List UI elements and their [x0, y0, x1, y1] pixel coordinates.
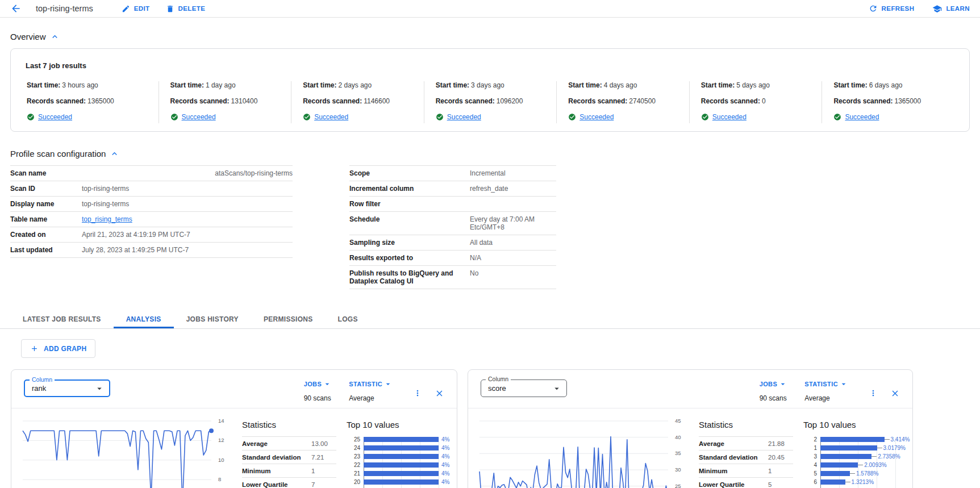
- config-row-row-filter: Row filter: [349, 197, 556, 212]
- more-options-icon[interactable]: [869, 389, 878, 398]
- card-body: 468101214May 25, 2023Jun 8, 2023Jun 22, …: [11, 408, 457, 488]
- succeeded-link[interactable]: Succeeded: [314, 113, 348, 121]
- column-select-value: rank: [32, 384, 46, 393]
- more-options-icon[interactable]: [413, 389, 422, 398]
- config-row-scope: ScopeIncremental: [349, 165, 556, 181]
- delete-button[interactable]: DELETE: [166, 5, 206, 13]
- dropdown-arrow-icon: [778, 379, 787, 389]
- scan-id-value: top-rising-terms: [82, 185, 293, 193]
- y-tick-label: 25: [675, 483, 681, 488]
- tab-permissions[interactable]: PERMISSIONS: [251, 310, 326, 328]
- statistics-title: Statistics: [699, 420, 793, 429]
- bar-value-label: 4%: [441, 462, 449, 468]
- bar-value-label: 4%: [441, 445, 449, 451]
- leader-line: [845, 482, 850, 482]
- collapse-config-chevron-up-icon[interactable]: [110, 149, 119, 159]
- top10-bar-row: 32.7358%: [803, 453, 910, 460]
- top10-panel: Top 10 values 23.414%13.0179%32.7358%42.…: [803, 415, 910, 488]
- top10-title: Top 10 values: [347, 420, 449, 429]
- y-tick-label: 8: [218, 476, 221, 482]
- bar-category-label: 22: [347, 462, 360, 468]
- top10-bar-row: 42.0093%: [803, 462, 910, 468]
- tab-analysis[interactable]: ANALYSIS: [114, 310, 174, 328]
- close-icon[interactable]: [890, 389, 900, 398]
- top10-bar-row: 204%: [347, 479, 449, 485]
- last-point-dot: [209, 428, 214, 433]
- config-header: Profile scan configuration: [10, 149, 970, 159]
- overview-header: Overview: [10, 32, 970, 41]
- column-select[interactable]: Column score: [481, 379, 567, 397]
- refresh-button[interactable]: REFRESH: [869, 4, 915, 13]
- start-time-value: 5 days ago: [736, 81, 770, 89]
- job-result-col-2: Start time:1 day ago Records scanned:131…: [159, 81, 291, 123]
- add-graph-button[interactable]: ADD GRAPH: [21, 339, 95, 358]
- succeeded-link[interactable]: Succeeded: [579, 113, 614, 121]
- jobs-scan-count: 90 scans: [760, 394, 788, 402]
- bar-category-label: 24: [347, 445, 360, 451]
- created-on-value: April 21, 2023 at 4:19:19 PM UTC-7: [82, 231, 293, 239]
- back-arrow-icon[interactable]: [10, 3, 22, 14]
- statistic-value: Average: [804, 394, 848, 402]
- succeeded-link[interactable]: Succeeded: [712, 113, 747, 121]
- analysis-card-rank: Column rank JOBS 90 scans STATISTIC Aver…: [11, 369, 457, 488]
- sampling-size-value: All data: [470, 239, 556, 247]
- bar: [364, 437, 439, 442]
- score-trend-line-chart: 15202530354045May 25, 2023Jun 8, 2023Jun…: [477, 415, 689, 488]
- leader-line: [850, 473, 855, 474]
- y-tick-label: 45: [675, 418, 681, 424]
- success-check-icon: [701, 113, 709, 121]
- config-title: Profile scan configuration: [10, 149, 106, 159]
- succeeded-link[interactable]: Succeeded: [447, 113, 481, 121]
- bar: [364, 471, 439, 476]
- config-table-left: Scan nameataScans/top-rising-terms Scan …: [10, 165, 293, 258]
- start-time-value: 4 days ago: [604, 81, 637, 89]
- success-check-icon: [27, 113, 35, 121]
- dropdown-arrow-icon: [839, 379, 848, 389]
- records-label: Records scanned:: [833, 97, 893, 105]
- leader-line: [858, 465, 863, 465]
- learn-button[interactable]: LEARN: [932, 4, 970, 14]
- statistic-dropdown[interactable]: STATISTIC: [349, 379, 393, 389]
- statistic-dropdown[interactable]: STATISTIC: [804, 379, 848, 389]
- jobs-dropdown[interactable]: JOBS: [760, 379, 788, 389]
- card-body: 15202530354045May 25, 2023Jun 8, 2023Jun…: [468, 408, 912, 488]
- tab-latest-job-results[interactable]: LATEST JOB RESULTS: [10, 310, 114, 328]
- card-header: Column score JOBS 90 scans STATISTIC Ave…: [468, 370, 912, 408]
- bar-value-label: 3.414%: [891, 436, 910, 443]
- scan-name-value: ataScans/top-rising-terms: [82, 169, 293, 177]
- column-select[interactable]: Column rank: [24, 379, 110, 397]
- collapse-overview-chevron-up-icon[interactable]: [50, 32, 60, 41]
- table-name-link[interactable]: top_rising_terms: [82, 215, 293, 223]
- bar: [364, 479, 439, 485]
- config-row-incremental-column: Incremental columnrefresh_date: [349, 181, 556, 197]
- start-time-label: Start time:: [568, 81, 602, 89]
- bar: [364, 445, 439, 451]
- bar-category-label: 25: [347, 436, 360, 443]
- config-tables: Scan nameataScans/top-rising-terms Scan …: [10, 165, 970, 289]
- records-label: Records scanned:: [436, 97, 495, 105]
- job-result-col-1: Start time:3 hours ago Records scanned:1…: [26, 81, 159, 123]
- success-check-icon: [568, 113, 576, 121]
- score-top10-bar-chart: 23.414%13.0179%32.7358%42.0093%51.5788%6…: [803, 436, 910, 488]
- records-value: 0: [762, 97, 766, 105]
- jobs-dropdown[interactable]: JOBS: [304, 379, 332, 389]
- jobs-filter-group: JOBS 90 scans: [760, 379, 788, 402]
- tab-logs[interactable]: LOGS: [326, 310, 370, 328]
- stat-row-std-dev: Standard deviation20.45: [699, 451, 793, 464]
- column-select-label: Column: [30, 376, 55, 383]
- start-time-value: 3 days ago: [471, 81, 504, 89]
- succeeded-link[interactable]: Succeeded: [38, 113, 72, 121]
- start-time-label: Start time:: [27, 81, 60, 89]
- rank-top10-bar-chart: 254%244%234%224%214%204%194%184%174%164%…: [347, 436, 449, 488]
- config-row-publish-results: Publish results to BigQuery and Dataplex…: [349, 266, 556, 289]
- edit-button[interactable]: EDIT: [122, 5, 150, 13]
- tab-jobs-history[interactable]: JOBS HISTORY: [174, 310, 251, 328]
- card-header: Column rank JOBS 90 scans STATISTIC Aver…: [11, 370, 457, 408]
- dropdown-arrow-icon: [552, 383, 562, 394]
- succeeded-link[interactable]: Succeeded: [845, 113, 879, 121]
- start-time-value: 3 hours ago: [62, 81, 98, 89]
- close-icon[interactable]: [435, 389, 444, 398]
- succeeded-link[interactable]: Succeeded: [182, 113, 216, 121]
- stat-row-lower-quartile: Lower Quartile5: [699, 478, 793, 488]
- series-line: [479, 437, 668, 488]
